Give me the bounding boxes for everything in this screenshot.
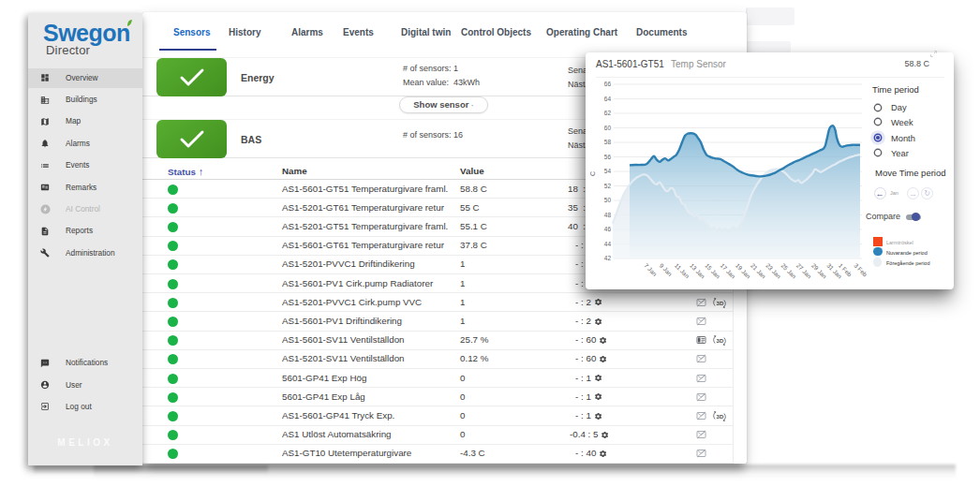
svg-text:3D: 3D	[717, 414, 724, 420]
svg-text:19 Jan: 19 Jan	[735, 262, 752, 280]
svg-text:62: 62	[604, 110, 612, 116]
svg-text:46: 46	[604, 226, 612, 232]
svg-text:52: 52	[604, 183, 612, 189]
svg-text:25 Jan: 25 Jan	[780, 262, 798, 280]
svg-text:3 Feb: 3 Feb	[853, 262, 869, 278]
svg-text:9 Jan: 9 Jan	[659, 262, 674, 277]
svg-text:11 Jan: 11 Jan	[674, 262, 691, 280]
svg-text:17 Jan: 17 Jan	[720, 262, 737, 280]
svg-text:3D: 3D	[717, 338, 724, 344]
svg-text:66: 66	[604, 81, 612, 87]
svg-text:56: 56	[604, 154, 612, 160]
svg-text:60: 60	[604, 125, 612, 131]
svg-text:23 Jan: 23 Jan	[765, 262, 782, 280]
svg-text:64: 64	[604, 96, 612, 102]
svg-text:50: 50	[604, 197, 612, 203]
svg-text:58: 58	[604, 139, 612, 145]
svg-text:21 Jan: 21 Jan	[750, 262, 767, 280]
svg-text:54: 54	[604, 168, 612, 174]
svg-text:42: 42	[604, 255, 612, 261]
svg-text:48: 48	[604, 212, 612, 218]
svg-text:13 Jan: 13 Jan	[689, 262, 706, 280]
svg-text:29 Jan: 29 Jan	[810, 262, 828, 280]
svg-text:44: 44	[604, 241, 612, 247]
svg-text:27 Jan: 27 Jan	[795, 262, 813, 280]
svg-text:7 Jan: 7 Jan	[643, 262, 658, 277]
svg-text:C: C	[590, 171, 596, 176]
svg-text:3D: 3D	[717, 301, 724, 306]
svg-text:15 Jan: 15 Jan	[704, 262, 721, 280]
